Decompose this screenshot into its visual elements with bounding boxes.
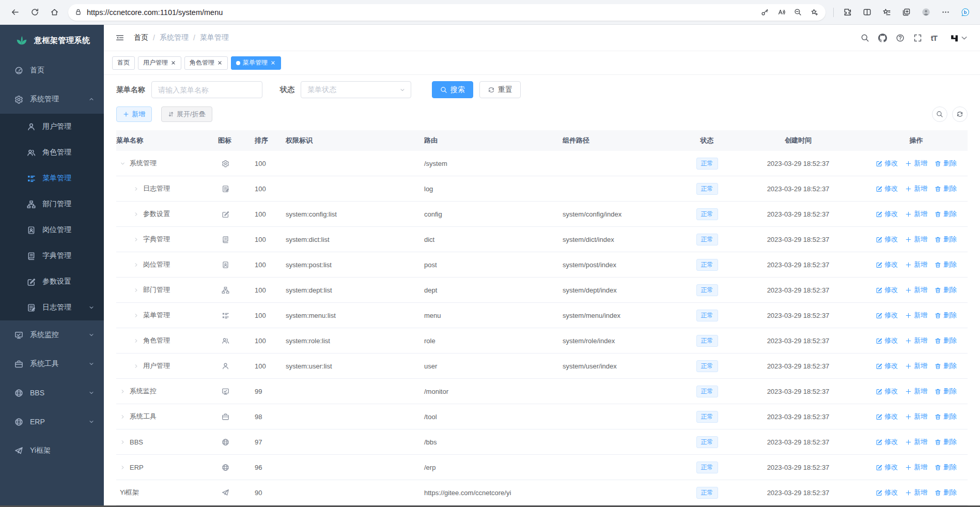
close-icon[interactable] xyxy=(170,60,176,66)
more-icon[interactable] xyxy=(937,4,954,21)
expand-icon[interactable] xyxy=(120,414,126,420)
tab[interactable]: 菜单管理 xyxy=(231,56,281,70)
add-link[interactable]: 新增 xyxy=(905,463,927,472)
close-icon[interactable] xyxy=(270,60,276,66)
edit-link[interactable]: 修改 xyxy=(876,437,898,447)
delete-link[interactable]: 删除 xyxy=(935,184,957,193)
favorites-icon[interactable] xyxy=(878,4,895,21)
sidebar-item-tool[interactable]: 系统工具 xyxy=(0,349,104,378)
delete-link[interactable]: 删除 xyxy=(935,488,957,497)
home-icon[interactable] xyxy=(45,4,63,21)
add-link[interactable]: 新增 xyxy=(905,311,927,320)
expand-icon[interactable] xyxy=(133,262,139,268)
collapse-sidebar-icon[interactable] xyxy=(111,29,129,47)
expand-icon[interactable] xyxy=(133,237,139,242)
address-bar[interactable]: https://ccnetcore.com:1101/system/menu xyxy=(68,4,826,21)
sidebar-item-home[interactable]: 首页 xyxy=(0,56,104,85)
add-favorite-icon[interactable] xyxy=(807,5,821,20)
add-link[interactable]: 新增 xyxy=(905,184,927,193)
sidebar-item-menu[interactable]: 菜单管理 xyxy=(0,165,104,191)
add-link[interactable]: 新增 xyxy=(905,260,927,269)
add-button[interactable]: 新增 xyxy=(116,106,152,122)
delete-link[interactable]: 删除 xyxy=(935,159,957,168)
tab[interactable]: 角色管理 xyxy=(184,56,228,70)
add-link[interactable]: 新增 xyxy=(905,361,927,371)
split-screen-icon[interactable] xyxy=(858,4,876,21)
sidebar-item-erp[interactable]: ERP xyxy=(0,407,104,436)
delete-link[interactable]: 删除 xyxy=(935,412,957,421)
edit-link[interactable]: 修改 xyxy=(876,285,898,295)
sidebar-item-dept[interactable]: 部门管理 xyxy=(0,191,104,217)
reload-icon[interactable] xyxy=(26,4,43,21)
font-size-icon[interactable]: tT xyxy=(931,34,937,42)
back-icon[interactable] xyxy=(6,4,24,21)
refresh-table-button[interactable] xyxy=(952,106,968,122)
edit-link[interactable]: 修改 xyxy=(876,260,898,269)
sidebar-item-user[interactable]: 用户管理 xyxy=(0,114,104,140)
edit-link[interactable]: 修改 xyxy=(876,463,898,472)
fullscreen-icon[interactable] xyxy=(913,34,922,42)
add-link[interactable]: 新增 xyxy=(905,412,927,421)
edit-link[interactable]: 修改 xyxy=(876,235,898,244)
expand-icon[interactable] xyxy=(120,389,126,394)
delete-link[interactable]: 删除 xyxy=(935,463,957,472)
edit-link[interactable]: 修改 xyxy=(876,488,898,497)
add-link[interactable]: 新增 xyxy=(905,437,927,447)
add-link[interactable]: 新增 xyxy=(905,336,927,345)
expand-icon[interactable] xyxy=(133,313,139,318)
edit-link[interactable]: 修改 xyxy=(876,209,898,219)
expand-icon[interactable] xyxy=(133,211,139,217)
help-icon[interactable] xyxy=(896,34,905,42)
search-icon[interactable] xyxy=(861,34,869,42)
sidebar-item-post[interactable]: 岗位管理 xyxy=(0,217,104,243)
profile-avatar[interactable] xyxy=(917,4,935,21)
expand-icon[interactable] xyxy=(120,161,126,166)
status-select[interactable]: 菜单状态 xyxy=(301,81,411,98)
bing-chat-icon[interactable]: b xyxy=(956,4,974,21)
url-text[interactable]: https://ccnetcore.com:1101/system/menu xyxy=(87,8,757,17)
delete-link[interactable]: 删除 xyxy=(935,437,957,447)
delete-link[interactable]: 删除 xyxy=(935,387,957,396)
breadcrumb-home[interactable]: 首页 xyxy=(134,33,148,42)
sidebar-item-config[interactable]: 参数设置 xyxy=(0,269,104,295)
sidebar-item-bbs[interactable]: BBS xyxy=(0,378,104,407)
delete-link[interactable]: 删除 xyxy=(935,235,957,244)
expand-collapse-button[interactable]: 展开/折叠 xyxy=(161,106,212,122)
github-icon[interactable] xyxy=(878,34,887,42)
search-button[interactable]: 搜索 xyxy=(432,81,473,98)
delete-link[interactable]: 删除 xyxy=(935,209,957,219)
add-link[interactable]: 新增 xyxy=(905,488,927,497)
delete-link[interactable]: 删除 xyxy=(935,285,957,295)
expand-icon[interactable] xyxy=(133,363,139,369)
tab[interactable]: 用户管理 xyxy=(138,56,181,70)
sidebar-item-system[interactable]: 系统管理 xyxy=(0,85,104,114)
expand-icon[interactable] xyxy=(133,338,139,344)
edit-link[interactable]: 修改 xyxy=(876,311,898,320)
add-link[interactable]: 新增 xyxy=(905,285,927,295)
read-aloud-icon[interactable] xyxy=(774,5,788,20)
show-search-button[interactable] xyxy=(932,106,947,122)
user-avatar[interactable] xyxy=(946,34,969,42)
delete-link[interactable]: 删除 xyxy=(935,311,957,320)
breadcrumb-system[interactable]: 系统管理 xyxy=(160,33,189,42)
tab[interactable]: 首页 xyxy=(112,56,135,70)
key-icon[interactable] xyxy=(757,5,772,20)
sidebar-item-dict[interactable]: 字典管理 xyxy=(0,243,104,269)
expand-icon[interactable] xyxy=(133,186,139,192)
delete-link[interactable]: 删除 xyxy=(935,361,957,371)
expand-icon[interactable] xyxy=(120,439,126,445)
extensions-icon[interactable] xyxy=(838,4,856,21)
edit-link[interactable]: 修改 xyxy=(876,412,898,421)
zoom-out-icon[interactable] xyxy=(790,5,805,20)
close-icon[interactable] xyxy=(217,60,223,66)
reset-button[interactable]: 重置 xyxy=(479,81,521,98)
delete-link[interactable]: 删除 xyxy=(935,260,957,269)
edit-link[interactable]: 修改 xyxy=(876,159,898,168)
sidebar-item-log[interactable]: 日志管理 xyxy=(0,295,104,320)
add-link[interactable]: 新增 xyxy=(905,159,927,168)
expand-icon[interactable] xyxy=(133,287,139,293)
add-link[interactable]: 新增 xyxy=(905,235,927,244)
add-link[interactable]: 新增 xyxy=(905,209,927,219)
expand-icon[interactable] xyxy=(120,465,126,470)
edit-link[interactable]: 修改 xyxy=(876,361,898,371)
